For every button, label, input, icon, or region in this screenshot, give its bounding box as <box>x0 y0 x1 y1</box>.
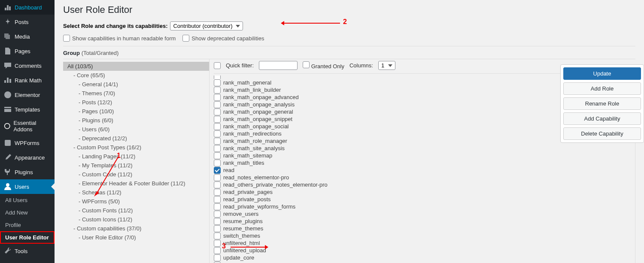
group-item[interactable]: - Elementor Header & Footer Builder (11/… <box>63 179 209 188</box>
columns-select[interactable]: 1 <box>378 61 395 70</box>
capability-label: read_private_pages <box>223 189 273 195</box>
sidebar-sub-profile[interactable]: Profile <box>0 219 55 231</box>
group-item[interactable]: - Custom Fonts (11/2) <box>63 206 209 215</box>
admin-sidebar: DashboardPostsMediaPagesCommentsRank Mat… <box>0 0 55 263</box>
update-button[interactable]: Update <box>563 67 641 80</box>
capability-checkbox[interactable] <box>214 79 221 86</box>
capability-checkbox[interactable] <box>214 233 221 239</box>
capability-checkbox[interactable] <box>214 247 221 254</box>
quick-filter-input[interactable] <box>259 61 298 70</box>
sidebar-item-pages[interactable]: Pages <box>0 44 55 58</box>
group-item[interactable]: - Posts (12/2) <box>63 98 209 107</box>
annotation-2: 2 <box>343 18 347 26</box>
sidebar-item-settings[interactable]: Settings <box>0 258 55 263</box>
group-item[interactable]: - User Role Editor (7/0) <box>63 233 209 242</box>
capability-checkbox[interactable] <box>214 167 221 174</box>
sidebar-item-elementor[interactable]: Elementor <box>0 88 55 102</box>
capability-checkbox[interactable] <box>214 189 221 196</box>
group-item[interactable]: - Custom Post Types (16/2) <box>63 143 209 152</box>
capability-checkbox[interactable] <box>214 145 221 152</box>
capability-checkbox[interactable] <box>214 225 221 232</box>
sidebar-item-comments[interactable]: Comments <box>0 58 55 73</box>
capability-label: unfiltered_upload <box>223 247 266 254</box>
capability-checkbox[interactable] <box>214 203 221 210</box>
role-select[interactable]: Contributor (contributor) <box>170 21 243 30</box>
capability-checkbox[interactable] <box>214 109 221 115</box>
capability-label: rank_math_titles <box>223 160 264 166</box>
sidebar-item-templates[interactable]: Templates <box>0 102 55 117</box>
capability-checkbox[interactable] <box>214 262 221 263</box>
group-item[interactable]: - Schemas (11/2) <box>63 188 209 197</box>
svg-point-1 <box>5 124 10 129</box>
group-item[interactable]: - Deprecated (12/2) <box>63 134 209 143</box>
sidebar-item-plugins[interactable]: Plugins <box>0 165 55 179</box>
group-item[interactable]: - General (14/1) <box>63 80 209 89</box>
sidebar-sub-add-new[interactable]: Add New <box>0 206 55 219</box>
granted-only-checkbox[interactable] <box>303 61 310 68</box>
capability-checkbox[interactable] <box>214 181 221 188</box>
group-item[interactable]: - Landing Pages (11/2) <box>63 152 209 161</box>
sidebar-sub-user-role-editor[interactable]: User Role Editor <box>0 231 55 244</box>
sidebar-item-rank-math[interactable]: Rank Math <box>0 73 55 88</box>
sidebar-item-label: Elementor <box>15 92 40 98</box>
select-all-checkbox[interactable] <box>214 62 221 69</box>
add-role-button[interactable]: Add Role <box>563 82 641 95</box>
group-item[interactable]: - Users (6/0) <box>63 125 209 134</box>
delete-capability-button[interactable]: Delete Capability <box>563 127 641 140</box>
annotation-arrow-2 <box>284 23 340 24</box>
human-readable-checkbox-label[interactable]: Show capabilities in human readable form <box>63 35 176 42</box>
svg-rect-2 <box>5 140 11 146</box>
capability-checkbox[interactable] <box>214 196 221 203</box>
human-readable-checkbox[interactable] <box>63 35 70 42</box>
group-item[interactable]: - Custom capabilities (37/0) <box>63 224 209 233</box>
quick-filter-label: Quick filter: <box>226 62 254 69</box>
dashboard-icon <box>3 3 12 12</box>
capability-checkbox[interactable] <box>214 254 221 261</box>
sidebar-item-tools[interactable]: Tools <box>0 244 55 258</box>
add-capability-button[interactable]: Add Capability <box>563 112 641 125</box>
sidebar-item-dashboard[interactable]: Dashboard <box>0 0 55 15</box>
capability-item: rank_math_titles <box>214 159 635 166</box>
group-item[interactable]: - Pages (10/0) <box>63 107 209 116</box>
group-item[interactable]: - Custom Icons (11/2) <box>63 215 209 224</box>
capability-checkbox[interactable] <box>214 211 221 218</box>
sidebar-sub-all-users[interactable]: All Users <box>0 194 55 206</box>
group-item[interactable]: - WPForms (5/0) <box>63 197 209 206</box>
capability-checkbox[interactable] <box>214 116 221 123</box>
group-item[interactable]: - My Templates (11/2) <box>63 161 209 170</box>
capability-checkbox[interactable] <box>214 94 221 101</box>
group-item[interactable]: - Core (65/5) <box>63 71 209 80</box>
capability-label: read_private_posts <box>223 196 271 203</box>
capability-checkbox[interactable] <box>214 87 221 94</box>
capability-label: rank_math_onpage_snippet <box>223 116 292 122</box>
sidebar-item-posts[interactable]: Posts <box>0 15 55 29</box>
capability-checkbox[interactable] <box>214 160 221 166</box>
capability-checkbox[interactable] <box>214 123 221 130</box>
group-item[interactable]: - Themes (7/0) <box>63 89 209 98</box>
capability-checkbox[interactable] <box>214 130 221 137</box>
capability-checkbox[interactable] <box>214 138 221 145</box>
sidebar-item-users[interactable]: Users <box>0 179 55 194</box>
capability-label: rank_math_sitemap <box>223 152 272 159</box>
sidebar-item-wpforms[interactable]: WPForms <box>0 136 55 150</box>
capability-checkbox[interactable] <box>214 174 221 181</box>
sidebar-item-essential-addons[interactable]: Essential Addons <box>0 117 55 136</box>
group-item[interactable]: - Custom Code (11/2) <box>63 170 209 179</box>
sidebar-item-label: Plugins <box>15 169 33 175</box>
capability-checkbox[interactable] <box>214 101 221 108</box>
deprecated-checkbox[interactable] <box>182 35 189 42</box>
capability-item: unfiltered_upload <box>214 247 635 254</box>
capability-checkbox[interactable] <box>214 152 221 159</box>
granted-only-label[interactable]: Granted Only <box>303 61 344 70</box>
sidebar-item-label: Rank Math <box>15 77 42 84</box>
rename-role-button[interactable]: Rename Role <box>563 97 641 110</box>
capability-checkbox[interactable] <box>214 240 221 247</box>
capability-item: read_private_wpforms_forms <box>214 203 635 210</box>
capability-checkbox[interactable] <box>214 218 221 225</box>
sidebar-item-label: Pages <box>15 48 30 54</box>
deprecated-checkbox-label[interactable]: Show deprecated capabilities <box>182 35 264 42</box>
sidebar-item-appearance[interactable]: Appearance <box>0 150 55 165</box>
group-item[interactable]: All (103/5) <box>63 62 209 71</box>
group-item[interactable]: - Plugins (6/0) <box>63 116 209 125</box>
sidebar-item-media[interactable]: Media <box>0 29 55 44</box>
